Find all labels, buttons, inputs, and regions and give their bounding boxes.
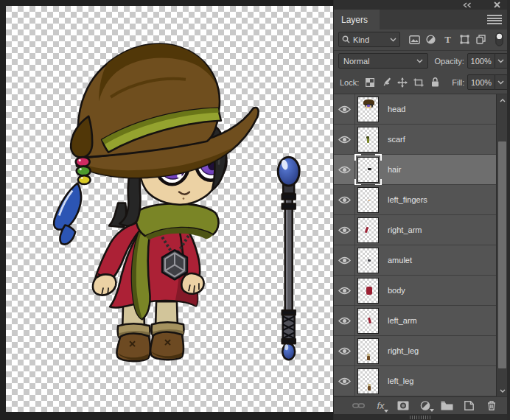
layers-panel: Layers Kind T (333, 0, 510, 420)
scrollbar-thumb[interactable] (498, 141, 506, 368)
layer-row-hair[interactable]: hair (334, 155, 508, 185)
shape-layers-filter-icon[interactable] (456, 32, 473, 47)
hat-beads (76, 157, 91, 184)
smart-objects-filter-icon[interactable] (473, 32, 490, 47)
eye-icon (338, 256, 351, 265)
layer-thumbnail (357, 278, 379, 304)
staff-orb (278, 157, 299, 186)
layer-visibility-toggle[interactable] (334, 245, 355, 275)
layer-thumbnail (357, 248, 379, 273)
lock-transparency-icon[interactable] (362, 75, 378, 90)
lock-artboard-icon[interactable] (411, 75, 427, 90)
left-hand (181, 273, 203, 294)
lock-all-icon[interactable] (427, 75, 443, 90)
layers-panel-toolbar: fx (334, 396, 508, 414)
layer-visibility-toggle[interactable] (334, 215, 355, 245)
tab-layers[interactable]: Layers (334, 10, 380, 29)
layer-name: right_arm (388, 225, 422, 234)
chevron-down-icon (416, 59, 423, 63)
blend-mode-value: Normal (343, 57, 369, 66)
staff-bottom-orb (282, 343, 295, 360)
layer-row-left_arm[interactable]: left_arm (334, 306, 508, 336)
right-hand (93, 274, 116, 295)
layer-name: left_leg (388, 377, 413, 385)
fill-dropdown-arrow[interactable] (495, 74, 508, 90)
layer-name: left_arm (388, 316, 417, 325)
fill-label: Fill: (452, 78, 464, 87)
layer-name: right_leg (388, 346, 419, 355)
lock-position-icon[interactable] (394, 75, 411, 90)
add-mask-icon[interactable] (396, 399, 410, 413)
layer-name: body (388, 286, 405, 295)
opacity-dropdown-arrow[interactable] (495, 53, 508, 69)
layer-thumbnail (357, 187, 379, 213)
layer-name: left_fingers (388, 195, 427, 204)
opacity-label: Opacity: (434, 57, 464, 66)
photoshop-workspace: Layers Kind T (0, 0, 510, 420)
staff (278, 157, 299, 360)
link-layers-icon[interactable] (352, 399, 366, 413)
lock-paint-icon[interactable] (378, 75, 394, 90)
layer-visibility-toggle[interactable] (334, 276, 355, 305)
kind-filter-dropdown[interactable]: Kind (338, 32, 400, 47)
eye-icon (338, 317, 351, 325)
layer-visibility-toggle[interactable] (334, 306, 355, 335)
eye-icon (338, 347, 351, 355)
hat (71, 44, 258, 178)
layer-row-amulet[interactable]: amulet (334, 245, 508, 276)
adjustment-layer-icon[interactable] (418, 399, 432, 413)
character (54, 44, 258, 361)
layer-style-icon[interactable]: fx (374, 399, 388, 413)
layer-visibility-toggle[interactable] (334, 94, 355, 124)
panel-header-strip (334, 0, 508, 10)
layer-row-scarf[interactable]: scarf (334, 125, 508, 155)
layer-visibility-toggle[interactable] (334, 155, 355, 184)
layer-name: head (388, 105, 405, 113)
layer-row-left_fingers[interactable]: left_fingers (334, 185, 508, 215)
eye-icon (338, 196, 351, 204)
layer-filter-row: Kind T (334, 29, 508, 49)
layer-row-right_arm[interactable]: right_arm (334, 215, 508, 245)
eye-icon (338, 166, 351, 174)
adjustment-layers-filter-icon[interactable] (422, 32, 439, 47)
type-layers-filter-icon[interactable]: T (439, 32, 456, 47)
chevron-down-icon (390, 38, 397, 42)
character-artwork (6, 6, 333, 412)
layer-row-head[interactable]: head (334, 94, 508, 125)
eye-icon (338, 105, 351, 113)
layer-visibility-toggle[interactable] (334, 366, 355, 396)
eye-icon (338, 226, 351, 234)
hat-tip (71, 116, 92, 158)
layer-visibility-toggle[interactable] (334, 125, 355, 154)
layer-row-left_leg[interactable]: left_leg (334, 366, 508, 396)
eye-icon (338, 136, 351, 144)
delete-layer-icon[interactable] (484, 399, 498, 413)
fill-value[interactable]: 100% (467, 74, 495, 90)
search-icon (342, 35, 350, 43)
opacity-value[interactable]: 100% (467, 53, 495, 69)
new-group-icon[interactable] (440, 399, 454, 413)
scroll-down-arrow[interactable] (498, 386, 507, 395)
layer-list: headscarfhairleft_fingersright_armamulet… (334, 94, 508, 396)
layer-thumbnail (357, 157, 379, 183)
layer-thumbnail (357, 97, 379, 122)
panel-tab-bar: Layers (334, 10, 508, 29)
pixel-layers-filter-icon[interactable] (406, 32, 423, 47)
layer-thumbnail (357, 338, 379, 364)
layer-thumbnail (357, 308, 379, 334)
layer-visibility-toggle[interactable] (334, 185, 355, 214)
close-panel-icon[interactable] (494, 1, 500, 8)
layer-visibility-toggle[interactable] (334, 336, 355, 365)
lock-label: Lock: (340, 78, 359, 87)
panel-resize-grip[interactable] (410, 416, 432, 419)
new-layer-icon[interactable] (462, 399, 476, 413)
blend-mode-dropdown[interactable]: Normal (338, 53, 428, 69)
collapse-panels-icon[interactable] (463, 2, 472, 8)
filter-toggle[interactable] (491, 32, 508, 47)
layer-row-right_leg[interactable]: right_leg (334, 336, 508, 366)
scroll-up-arrow[interactable] (498, 96, 507, 105)
layer-name: hair (388, 165, 401, 174)
layer-row-body[interactable]: body (334, 276, 508, 306)
document-canvas[interactable] (6, 6, 333, 412)
panel-menu-icon[interactable] (487, 15, 502, 24)
